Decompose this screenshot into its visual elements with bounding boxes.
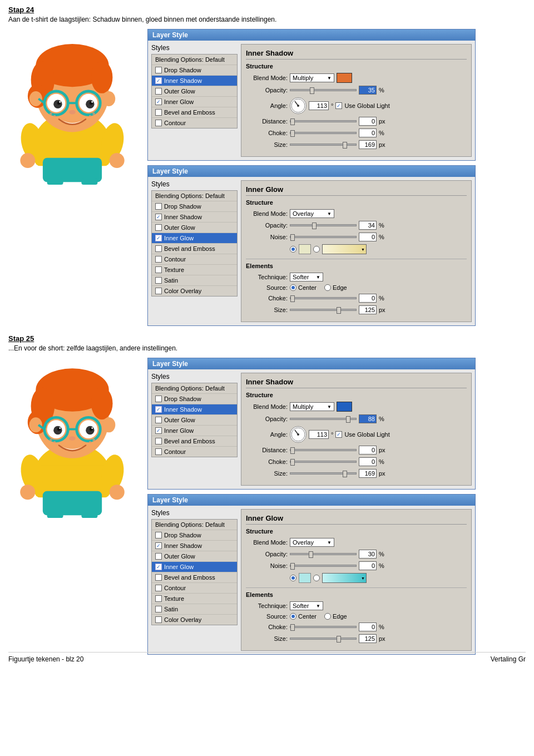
opacity-value-3[interactable] [359, 414, 377, 423]
noise-thumb-4[interactable] [290, 563, 295, 570]
noise-thumb-2[interactable] [290, 234, 295, 241]
bevel-checkbox-4[interactable] [155, 574, 162, 581]
outer-glow-checkbox-2[interactable] [155, 224, 162, 231]
inner-glow-checkbox-2[interactable]: ✓ [155, 235, 162, 241]
styles-item-drop-shadow-3[interactable]: Drop Shadow [152, 394, 237, 404]
styles-item-drop-shadow-1[interactable]: Drop Shadow [152, 65, 237, 76]
choke-track-3[interactable] [290, 461, 357, 463]
styles-item-inner-shadow-2[interactable]: ✓ Inner Shadow [152, 212, 237, 223]
styles-item-contour-2[interactable]: Contour [152, 254, 237, 265]
styles-item-contour-4[interactable]: Contour [152, 583, 237, 594]
inner-glow-checkbox-3[interactable]: ✓ [155, 427, 162, 434]
styles-item-drop-shadow-2[interactable]: Drop Shadow [152, 201, 237, 212]
radio-gradient-4[interactable] [313, 575, 320, 581]
styles-item-outer-glow-2[interactable]: Outer Glow [152, 223, 237, 233]
technique-select-4[interactable]: Softer ▼ [290, 601, 323, 610]
radio-solid-2[interactable] [290, 246, 296, 253]
distance-track-1[interactable] [290, 120, 357, 122]
source-center-2[interactable]: Center [290, 284, 317, 291]
bevel-checkbox-1[interactable] [155, 109, 162, 116]
satin-checkbox-2[interactable] [155, 277, 162, 284]
source-center-radio-2[interactable] [290, 284, 296, 291]
styles-item-inner-shadow-4[interactable]: ✓ Inner Shadow [152, 541, 237, 551]
inner-shadow-checkbox-2[interactable]: ✓ [155, 214, 162, 220]
source-edge-2[interactable]: Edge [324, 284, 347, 291]
opacity-track-3[interactable] [290, 418, 357, 420]
glow-gradient-4[interactable]: ▼ [322, 573, 367, 583]
drop-shadow-checkbox-3[interactable] [155, 396, 162, 402]
source-edge-radio-2[interactable] [324, 284, 331, 291]
styles-item-inner-glow-2[interactable]: ✓ Inner Glow [152, 233, 237, 244]
contour-checkbox-3[interactable] [155, 448, 162, 455]
styles-item-contour-3[interactable]: Contour [152, 447, 237, 457]
source-edge-4[interactable]: Edge [324, 613, 347, 620]
styles-item-bevel-2[interactable]: Bevel and Emboss [152, 244, 237, 254]
texture-checkbox-2[interactable] [155, 266, 162, 273]
styles-item-drop-shadow-4[interactable]: Drop Shadow [152, 530, 237, 541]
styles-item-satin-4[interactable]: Satin [152, 604, 237, 615]
choke-thumb-3[interactable] [290, 459, 295, 466]
styles-item-inner-shadow-1[interactable]: ✓ Inner Shadow [152, 76, 237, 86]
color-swatch-1[interactable] [337, 73, 352, 83]
noise-value-4[interactable] [359, 561, 377, 570]
inner-shadow-checkbox-1[interactable]: ✓ [155, 77, 162, 84]
styles-item-contour-1[interactable]: Contour [152, 118, 237, 128]
styles-item-blending-3[interactable]: Blending Options: Default [152, 383, 237, 394]
opacity-thumb-1[interactable] [310, 87, 314, 94]
angle-widget-3[interactable] [290, 426, 306, 443]
styles-item-color-overlay-4[interactable]: Color Overlay [152, 615, 237, 625]
choke-thumb-1[interactable] [290, 130, 295, 137]
styles-item-outer-glow-1[interactable]: Outer Glow [152, 86, 237, 97]
distance-value-1[interactable] [359, 117, 377, 126]
drop-shadow-checkbox-1[interactable] [155, 67, 162, 73]
size-thumb-3[interactable] [343, 471, 347, 477]
color-overlay-checkbox-2[interactable] [155, 288, 162, 294]
styles-item-outer-glow-4[interactable]: Outer Glow [152, 551, 237, 562]
angle-widget-1[interactable] [290, 97, 306, 114]
contour-checkbox-4[interactable] [155, 585, 162, 591]
global-light-checkbox-3[interactable] [335, 431, 342, 438]
choke-track-4[interactable] [290, 626, 357, 628]
bevel-checkbox-3[interactable] [155, 438, 162, 444]
choke-track-2[interactable] [290, 297, 357, 299]
drop-shadow-checkbox-4[interactable] [155, 532, 162, 538]
styles-item-bevel-3[interactable]: Bevel and Emboss [152, 436, 237, 447]
inner-glow-checkbox-1[interactable]: ✓ [155, 98, 162, 105]
size-value-3[interactable] [359, 469, 377, 478]
size-track-1[interactable] [290, 144, 357, 146]
styles-item-texture-2[interactable]: Texture [152, 265, 237, 275]
opacity-track-1[interactable] [290, 89, 357, 91]
inner-shadow-checkbox-3[interactable]: ✓ [155, 406, 162, 413]
choke-track-1[interactable] [290, 132, 357, 134]
color-overlay-checkbox-4[interactable] [155, 616, 162, 623]
size-track-3[interactable] [290, 472, 357, 475]
size-thumb-4[interactable] [337, 636, 341, 643]
styles-item-inner-shadow-3[interactable]: ✓ Inner Shadow [152, 404, 237, 415]
size-value-1[interactable] [359, 140, 377, 149]
opacity-track-4[interactable] [290, 553, 357, 555]
opacity-thumb-2[interactable] [312, 223, 317, 229]
contour-checkbox-1[interactable] [155, 120, 162, 126]
outer-glow-checkbox-4[interactable] [155, 553, 162, 560]
styles-item-blending-2[interactable]: Blending Options: Default [152, 191, 237, 201]
glow-gradient-2[interactable]: ▼ [322, 244, 367, 254]
choke-thumb-4[interactable] [290, 624, 295, 631]
choke-thumb-2[interactable] [290, 295, 295, 302]
contour-checkbox-2[interactable] [155, 256, 162, 263]
glow-solid-swatch-2[interactable] [299, 244, 311, 254]
styles-item-satin-2[interactable]: Satin [152, 275, 237, 286]
outer-glow-checkbox-3[interactable] [155, 417, 162, 423]
styles-item-inner-glow-1[interactable]: ✓ Inner Glow [152, 97, 237, 107]
angle-value-3[interactable] [309, 430, 329, 439]
global-light-checkbox-1[interactable] [335, 102, 342, 109]
source-center-radio-4[interactable] [290, 613, 296, 620]
opacity-thumb-3[interactable] [346, 416, 350, 423]
blend-mode-select-2[interactable]: Overlay ▼ [290, 209, 334, 218]
radio-gradient-2[interactable] [313, 246, 320, 253]
texture-checkbox-4[interactable] [155, 595, 162, 602]
distance-thumb-3[interactable] [290, 447, 295, 454]
size-track-2[interactable] [290, 309, 357, 311]
outer-glow-checkbox-1[interactable] [155, 88, 162, 95]
size-thumb-1[interactable] [343, 142, 347, 149]
noise-value-2[interactable] [359, 233, 377, 241]
